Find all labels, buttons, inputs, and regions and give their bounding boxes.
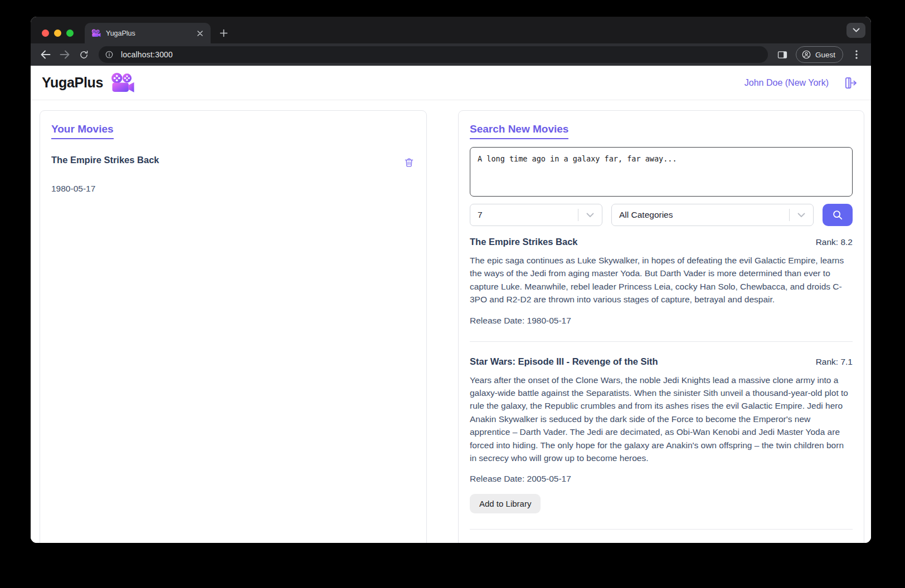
results-count-value: 7 <box>470 210 578 220</box>
tab-title: YugaPlus <box>106 30 195 37</box>
movie-camera-favicon-icon <box>91 29 101 37</box>
result-header: Star Wars: Episode III - Revenge of the … <box>470 356 853 367</box>
back-icon[interactable] <box>37 46 54 63</box>
category-select[interactable]: All Categories <box>611 204 814 226</box>
tab-yugaplus[interactable]: YugaPlus <box>85 23 211 43</box>
guest-profile-button[interactable]: Guest <box>796 46 843 63</box>
tab-list-chevron-down-icon[interactable] <box>846 23 865 38</box>
category-value: All Categories <box>612 210 789 220</box>
search-query-input[interactable]: A long time ago in a galaxy far, far awa… <box>470 147 853 197</box>
close-tab-icon[interactable] <box>195 28 205 38</box>
browser-toolbar: localhost:3000 Guest <box>31 43 871 66</box>
logout-icon[interactable] <box>842 75 859 91</box>
result-title: Star Wars: Episode III - Revenge of the … <box>470 356 658 367</box>
search-heading: Search New Movies <box>470 123 568 139</box>
guest-label: Guest <box>815 51 835 59</box>
search-icon <box>831 209 844 221</box>
result-description: Years after the onset of the Clone Wars,… <box>470 374 853 465</box>
side-panel-icon[interactable] <box>773 46 791 63</box>
your-movies-heading: Your Movies <box>51 123 114 139</box>
minimize-window-button[interactable] <box>54 30 61 37</box>
movie-camera-icon <box>110 72 135 93</box>
search-button[interactable] <box>823 204 853 226</box>
tab-strip: YugaPlus <box>31 17 871 43</box>
user-profile-link[interactable]: John Doe (New York) <box>745 78 829 88</box>
guest-avatar-icon <box>801 50 811 60</box>
result-release-date: Release Date: 2005-05-17 <box>470 474 853 484</box>
trash-icon[interactable] <box>403 156 415 168</box>
library-movie-title: The Empire Strikes Back <box>51 155 159 165</box>
forward-icon[interactable] <box>56 46 73 63</box>
result-divider <box>470 529 853 530</box>
result-description: The epic saga continues as Luke Skywalke… <box>470 254 853 306</box>
close-window-button[interactable] <box>42 30 49 37</box>
add-to-library-button[interactable]: Add to Library <box>470 494 541 513</box>
reload-icon[interactable] <box>75 46 92 63</box>
site-info-icon[interactable] <box>102 47 116 62</box>
main-content: Your Movies The Empire Strikes Back 1980… <box>31 100 871 543</box>
result-divider <box>470 341 853 342</box>
new-tab-button[interactable] <box>215 24 232 41</box>
maximize-window-button[interactable] <box>66 30 74 37</box>
library-movie-row: The Empire Strikes Back <box>51 155 415 168</box>
chevron-down-icon <box>578 213 602 218</box>
result-rank: Rank: 8.2 <box>816 237 853 247</box>
search-controls: 7 All Categories <box>470 204 853 226</box>
search-result: Star Wars: Episode III - Revenge of the … <box>470 356 853 514</box>
yugaplus-app: YugaPlus John Doe (New York) Your Movies… <box>31 66 871 543</box>
more-menu-icon[interactable] <box>848 46 865 63</box>
result-header: The Empire Strikes Back Rank: 8.2 <box>470 237 853 247</box>
app-header: YugaPlus John Doe (New York) <box>31 66 871 100</box>
result-rank: Rank: 7.1 <box>816 357 853 367</box>
results-count-select[interactable]: 7 <box>470 204 602 226</box>
address-bar[interactable]: localhost:3000 <box>99 46 768 63</box>
window-controls <box>42 30 74 37</box>
your-movies-panel: Your Movies The Empire Strikes Back 1980… <box>40 110 427 543</box>
result-title: The Empire Strikes Back <box>470 237 578 247</box>
browser-window: YugaPlus localhost:3000 <box>31 17 871 543</box>
search-result: The Empire Strikes Back Rank: 8.2 The ep… <box>470 237 853 326</box>
brand-title: YugaPlus <box>42 75 103 91</box>
result-release-date: Release Date: 1980-05-17 <box>470 316 853 326</box>
url-text: localhost:3000 <box>121 50 173 59</box>
search-panel: Search New Movies A long time ago in a g… <box>458 110 864 543</box>
library-movie-date: 1980-05-17 <box>51 184 415 194</box>
chevron-down-icon <box>790 213 813 218</box>
